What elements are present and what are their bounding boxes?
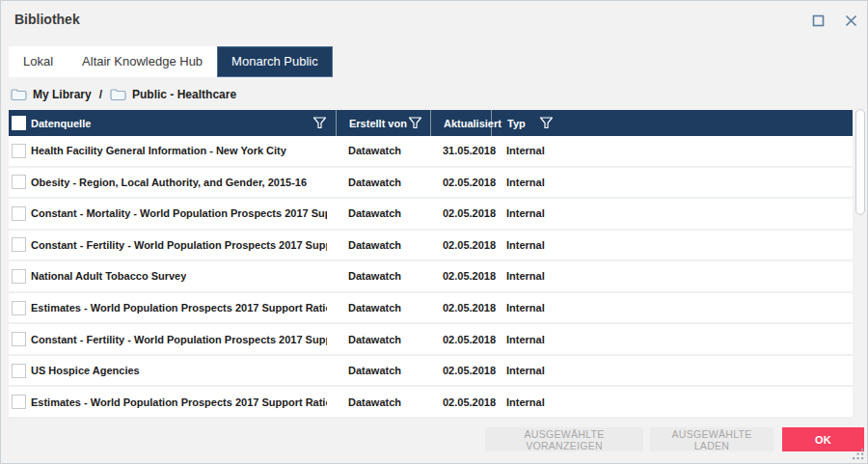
cell-aktualisiert: 31.05.2018 [430, 145, 491, 156]
cell-erstellt-von: Datawatch [336, 365, 430, 376]
row-checkbox[interactable] [12, 301, 26, 315]
row-checkbox-cell [9, 269, 30, 284]
row-checkbox[interactable] [12, 395, 26, 409]
cell-typ: Internal [491, 365, 853, 376]
column-label: Datenquelle [31, 118, 91, 129]
row-checkbox[interactable] [12, 144, 26, 158]
close-button[interactable] [840, 10, 861, 31]
library-dialog: Bibliothek Lokal Altair Knowledge Hub Mo… [0, 0, 868, 464]
breadcrumb: My Library / Public - Healthcare [11, 85, 236, 104]
maximize-button[interactable] [807, 10, 828, 31]
row-checkbox-cell [9, 301, 30, 315]
cell-erstellt-von: Datawatch [336, 207, 430, 219]
row-checkbox[interactable] [12, 237, 26, 252]
cell-aktualisiert: 02.05.2018 [430, 207, 491, 219]
row-checkbox-cell [9, 395, 30, 409]
breadcrumb-separator: / [99, 88, 102, 101]
folder-icon [110, 88, 126, 101]
cell-typ: Internal [491, 207, 853, 219]
cell-typ: Internal [491, 145, 853, 156]
cell-datenquelle: US Hospice Agencies [30, 365, 336, 376]
column-label: Erstellt von [349, 118, 407, 129]
preview-selected-button[interactable]: AUSGEWÄHLTE VORANZEIGEN [485, 427, 643, 451]
row-checkbox[interactable] [12, 269, 26, 284]
row-checkbox[interactable] [12, 332, 26, 346]
folder-icon [11, 88, 27, 101]
row-checkbox-cell [9, 332, 30, 346]
cell-erstellt-von: Datawatch [336, 145, 430, 156]
cell-typ: Internal [491, 239, 853, 251]
column-header-erstellt-von[interactable]: Erstellt von [336, 110, 430, 136]
cell-typ: Internal [491, 396, 853, 408]
cell-typ: Internal [491, 177, 853, 188]
select-all-checkbox[interactable] [12, 116, 26, 130]
cell-datenquelle: Health Facility General Information - Ne… [30, 145, 336, 156]
row-checkbox[interactable] [12, 364, 26, 378]
close-icon [845, 14, 857, 27]
cell-aktualisiert: 02.05.2018 [430, 396, 491, 408]
cell-erstellt-von: Datawatch [336, 396, 430, 408]
library-source-tabs: Lokal Altair Knowledge Hub Monarch Publi… [9, 46, 333, 77]
cell-aktualisiert: 02.05.2018 [430, 365, 491, 376]
cell-erstellt-von: Datawatch [336, 177, 430, 188]
table-row[interactable]: Estimates - World Population Prospects 2… [9, 387, 853, 419]
column-header-aktualisiert[interactable]: Aktualisiert [430, 110, 491, 136]
tab-monarch-public[interactable]: Monarch Public [217, 46, 333, 77]
row-checkbox[interactable] [12, 175, 26, 189]
datasource-table: Datenquelle Erstellt von Aktualisiert Ty… [9, 110, 853, 419]
cell-datenquelle: Constant - Mortality - World Population … [30, 207, 336, 219]
column-header-typ[interactable]: Typ [491, 110, 853, 136]
vertical-scrollbar-thumb[interactable] [855, 109, 865, 215]
cell-datenquelle: Constant - Fertility - World Population … [30, 334, 336, 345]
cell-datenquelle: National Adult Tobacco Survey [30, 270, 336, 282]
cell-datenquelle: Obesity - Region, Local Authority, and G… [30, 177, 336, 188]
table-row[interactable]: National Adult Tobacco Survey Datawatch … [9, 261, 853, 293]
table-row[interactable]: US Hospice Agencies Datawatch 02.05.2018… [9, 356, 853, 388]
row-checkbox-cell [9, 237, 30, 252]
row-checkbox-cell [9, 144, 30, 158]
cell-typ: Internal [491, 270, 853, 282]
cell-datenquelle: Estimates - World Population Prospects 2… [30, 396, 336, 408]
resize-grip-icon[interactable] [853, 449, 864, 460]
row-checkbox-cell [9, 364, 30, 378]
cell-datenquelle: Constant - Fertility - World Population … [30, 239, 336, 251]
filter-icon[interactable] [312, 116, 327, 130]
cell-aktualisiert: 02.05.2018 [430, 334, 491, 345]
cell-datenquelle: Estimates - World Population Prospects 2… [30, 302, 336, 314]
cell-aktualisiert: 02.05.2018 [430, 302, 491, 314]
filter-icon[interactable] [539, 116, 554, 130]
cell-aktualisiert: 02.05.2018 [430, 239, 491, 251]
cell-erstellt-von: Datawatch [336, 334, 430, 345]
cell-erstellt-von: Datawatch [336, 239, 430, 251]
table-row[interactable]: Constant - Fertility - World Population … [9, 231, 853, 262]
cell-erstellt-von: Datawatch [336, 270, 430, 282]
table-row[interactable]: Constant - Fertility - World Population … [9, 324, 853, 356]
cell-aktualisiert: 02.05.2018 [430, 270, 491, 282]
page-title: Bibliothek [14, 12, 80, 27]
cell-erstellt-von: Datawatch [336, 302, 430, 314]
cell-aktualisiert: 02.05.2018 [430, 177, 491, 188]
table-row[interactable]: Constant - Mortality - World Population … [9, 199, 853, 231]
table-row[interactable]: Estimates - World Population Prospects 2… [9, 293, 853, 325]
cell-typ: Internal [491, 334, 853, 345]
table-header-row: Datenquelle Erstellt von Aktualisiert Ty… [9, 110, 853, 136]
header-checkbox-cell [9, 116, 30, 130]
table-body: Health Facility General Information - Ne… [9, 136, 853, 419]
load-selected-button[interactable]: AUSGEWÄHLTE LADEN [650, 427, 773, 451]
table-row[interactable]: Obesity - Region, Local Authority, and G… [9, 168, 853, 200]
cell-typ: Internal [491, 302, 853, 314]
breadcrumb-item-my-library[interactable]: My Library [33, 88, 92, 101]
column-header-datenquelle[interactable]: Datenquelle [30, 116, 336, 130]
column-label: Typ [507, 118, 526, 129]
filter-icon[interactable] [408, 116, 422, 130]
breadcrumb-item-public-healthcare[interactable]: Public - Healthcare [132, 88, 236, 101]
tab-lokal[interactable]: Lokal [9, 46, 68, 77]
tab-altair-knowledge-hub[interactable]: Altair Knowledge Hub [68, 46, 217, 77]
row-checkbox[interactable] [12, 206, 26, 221]
row-checkbox-cell [9, 175, 30, 189]
row-checkbox-cell [9, 206, 30, 221]
maximize-icon [812, 14, 825, 27]
table-row[interactable]: Health Facility General Information - Ne… [9, 136, 853, 168]
